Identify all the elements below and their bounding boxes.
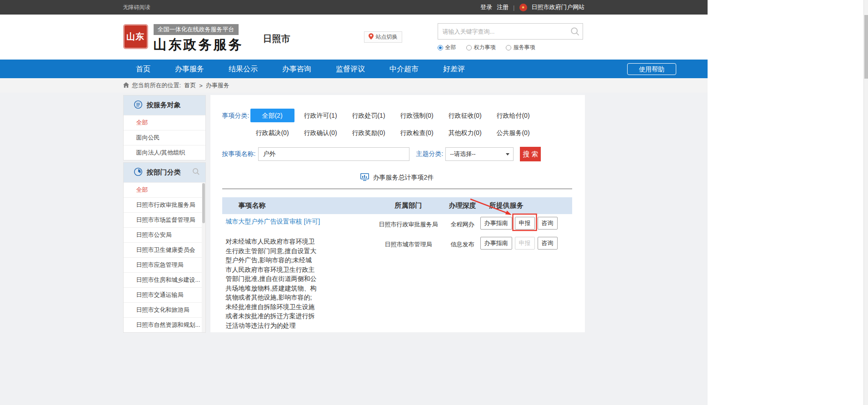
- item-department-cell: 日照市城市管理局: [372, 237, 445, 330]
- city-name: 日照市: [263, 33, 290, 45]
- table-row: 对未经城市人民政府市容环境卫生行政主管部门同意,擅自设置大型户外广告,影响市容的…: [222, 234, 572, 332]
- browser-scrollbar[interactable]: [863, 0, 868, 405]
- content-area: 按服务对象 全部 面向公民 面向法人/其他组织 按部门分类 全部 日照市行政审批…: [0, 93, 708, 405]
- filter-option[interactable]: 公共服务(0): [491, 126, 535, 140]
- filter-option[interactable]: 行政检查(0): [395, 126, 439, 140]
- item-name-input[interactable]: [258, 147, 409, 161]
- dept-item-all[interactable]: 全部: [124, 182, 205, 197]
- department-icon: [134, 167, 143, 178]
- bar-chart-icon: [360, 173, 369, 182]
- sidebar-item-citizens[interactable]: 面向公民: [124, 130, 205, 145]
- register-link[interactable]: 注册: [497, 3, 509, 11]
- nav-item-review[interactable]: 好差评: [431, 60, 477, 78]
- site-header: 山东 全国一体化在线政务服务平台 山东政务服务 日照市 站点切换 全部: [0, 15, 708, 60]
- sidebar-item-legal-persons[interactable]: 面向法人/其他组织: [124, 145, 205, 160]
- breadcrumb-prefix: 您当前所在的位置:: [132, 81, 181, 90]
- apply-button-disabled: 申报: [515, 237, 535, 250]
- top-utility-bar: 无障碍阅读 登录 注册 | ★ 日照市政府门户网站: [0, 0, 708, 15]
- dept-item[interactable]: 日照市应急管理局: [124, 257, 205, 272]
- consult-button[interactable]: 咨询: [538, 237, 558, 250]
- filter-option[interactable]: 行政确认(0): [299, 126, 343, 140]
- radio-icon: [466, 45, 472, 50]
- nav-item-home[interactable]: 首页: [124, 60, 163, 78]
- service-target-title: 按服务对象: [147, 101, 200, 110]
- topic-select[interactable]: --请选择--: [445, 147, 514, 161]
- category-filter-label: 事项分类:: [222, 109, 250, 140]
- service-target-header: 按服务对象: [124, 95, 205, 115]
- search-scope-group: 全部 权力事项 服务事项: [438, 44, 535, 51]
- filter-option[interactable]: 行政给付(0): [491, 109, 535, 122]
- page: 无障碍阅读 登录 注册 | ★ 日照市政府门户网站 山东 全国一体化在线政务服务…: [0, 0, 708, 405]
- dept-item[interactable]: 日照市交通运输局: [124, 287, 205, 302]
- nav-item-supervision[interactable]: 监督评议: [324, 60, 377, 78]
- filter-option[interactable]: 行政许可(1): [299, 109, 343, 122]
- breadcrumb-home-link[interactable]: 首页: [184, 81, 196, 90]
- nav-item-agency-market[interactable]: 中介超市: [377, 60, 431, 78]
- national-emblem-icon: ★: [519, 4, 527, 11]
- accessibility-link[interactable]: 无障碍阅读: [123, 4, 150, 11]
- platform-tag: 全国一体化在线政务服务平台: [154, 24, 239, 35]
- col-header-depth: 办理深度: [445, 201, 480, 210]
- service-target-icon: [134, 100, 143, 111]
- scope-radio-all[interactable]: 全部: [438, 44, 456, 51]
- filter-option[interactable]: 行政奖励(0): [347, 126, 391, 140]
- login-link[interactable]: 登录: [480, 3, 492, 11]
- nav-item-consult[interactable]: 办事咨询: [270, 60, 324, 78]
- item-search-row: 按事项名称: 主题分类: --请选择-- 搜 索: [222, 147, 572, 161]
- filter-option[interactable]: 行政处罚(1): [347, 109, 391, 122]
- filter-option[interactable]: 行政裁决(0): [250, 126, 294, 140]
- filter-option[interactable]: 行政征收(0): [443, 109, 487, 122]
- scope-label: 全部: [445, 44, 456, 51]
- dept-item[interactable]: 日照市卫生健康委员会: [124, 242, 205, 257]
- department-search-icon[interactable]: [192, 168, 200, 177]
- site-logo[interactable]: 山东 全国一体化在线政务服务平台 山东政务服务: [123, 24, 244, 54]
- search-icon[interactable]: [570, 27, 580, 38]
- dept-item[interactable]: 日照市市场监督管理局: [124, 212, 205, 227]
- department-scrollbar[interactable]: [202, 182, 205, 332]
- dept-item[interactable]: 日照市自然资源和规划...: [124, 317, 205, 332]
- department-scrollbar-thumb[interactable]: [202, 183, 205, 223]
- topbar-separator: |: [513, 4, 514, 11]
- scope-radio-power-items[interactable]: 权力事项: [466, 44, 496, 51]
- guide-button[interactable]: 办事指南: [480, 217, 512, 230]
- department-list: 全部 日照市行政审批服务局 日照市市场监督管理局 日照市公安局 日照市卫生健康委…: [124, 182, 205, 332]
- search-button[interactable]: 搜 索: [520, 147, 541, 161]
- nav-item-services[interactable]: 办事服务: [163, 60, 216, 78]
- col-header-name: 事项名称: [222, 201, 372, 210]
- item-name-label: 按事项名称:: [222, 150, 256, 158]
- guide-button[interactable]: 办事指南: [480, 237, 512, 250]
- filter-option[interactable]: 其他权力(0): [443, 126, 487, 140]
- category-filter-options: 全部(2) 行政许可(1) 行政处罚(1) 行政强制(0) 行政征收(0) 行政…: [250, 109, 539, 140]
- apply-button[interactable]: 申报: [515, 217, 535, 230]
- dept-item[interactable]: 日照市行政审批服务局: [124, 197, 205, 212]
- keyword-search-input[interactable]: [438, 24, 583, 39]
- filter-option-active[interactable]: 全部(2): [250, 109, 294, 122]
- scope-label: 权力事项: [474, 44, 496, 51]
- item-link[interactable]: 城市大型户外广告设置审核 [许可]: [226, 218, 320, 225]
- consult-button[interactable]: 咨询: [538, 217, 558, 230]
- item-name-cell: 城市大型户外广告设置审核 [许可]: [222, 217, 323, 230]
- item-services-cell: 办事指南 申报 咨询: [480, 237, 572, 330]
- dept-item[interactable]: 日照市公安局: [124, 227, 205, 242]
- item-depth-cell: 全程网办: [445, 217, 480, 230]
- dept-item[interactable]: 日照市住房和城乡建设...: [124, 272, 205, 287]
- browser-scrollbar-thumb[interactable]: [864, 15, 868, 79]
- nav-item-results[interactable]: 结果公示: [216, 60, 270, 78]
- breadcrumb-separator: >: [199, 82, 203, 89]
- portal-link[interactable]: 日照市政府门户网站: [532, 3, 585, 11]
- dept-item[interactable]: 日照市文化和旅游局: [124, 302, 205, 317]
- help-button[interactable]: 使用帮助: [627, 63, 676, 75]
- nav-menu: 首页 办事服务 结果公示 办事咨询 监督评议 中介超市 好差评: [124, 60, 477, 78]
- scope-label: 服务事项: [514, 44, 535, 51]
- logo-text: 全国一体化在线政务服务平台 山东政务服务: [154, 24, 244, 54]
- sidebar-item-target-all[interactable]: 全部: [124, 115, 205, 130]
- col-header-department: 所属部门: [372, 201, 445, 210]
- department-block: 按部门分类 全部 日照市行政审批服务局 日照市市场监督管理局 日照市公安局 日照…: [123, 162, 206, 333]
- filter-option[interactable]: 行政强制(0): [395, 109, 439, 122]
- site-name: 山东政务服务: [154, 36, 244, 54]
- site-switch-button[interactable]: 站点切换: [364, 31, 402, 43]
- caret-down-icon: [506, 153, 509, 155]
- table-row: 城市大型户外广告设置审核 [许可] 日照市行政审批服务局 全程网办 办事指南 申…: [222, 214, 572, 234]
- location-pin-icon: [369, 33, 374, 41]
- scope-radio-service-items[interactable]: 服务事项: [506, 44, 535, 51]
